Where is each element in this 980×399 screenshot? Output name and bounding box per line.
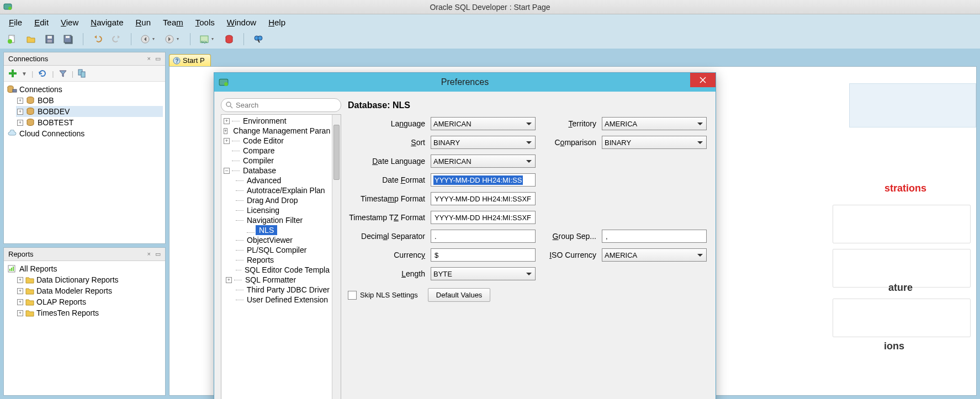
pref-tree-item[interactable]: ObjectViewer — [235, 235, 331, 245]
pref-tree-item[interactable]: Compiler — [223, 156, 331, 166]
connection-item[interactable]: + BOBDEV — [16, 106, 163, 117]
undo-button[interactable] — [91, 33, 104, 46]
label-comparison: Comparison — [541, 138, 596, 147]
expander-icon[interactable]: + — [224, 128, 227, 134]
report-item[interactable]: + TimesTen Reports — [16, 307, 163, 318]
expander-icon[interactable]: + — [17, 288, 23, 294]
menu-file[interactable]: File — [3, 16, 28, 29]
expander-icon[interactable]: + — [17, 120, 23, 126]
pref-tree-item[interactable]: Compare — [223, 146, 331, 156]
pref-search-input[interactable] — [221, 98, 341, 112]
reports-tree[interactable]: All Reports + Data Dictionary Reports + … — [4, 261, 165, 395]
panel-close-icon[interactable]: × — [147, 55, 151, 62]
new-connection-button[interactable] — [7, 68, 18, 79]
pref-tree-item[interactable]: SQL Editor Code Templa — [235, 265, 331, 275]
pref-tree-item[interactable]: Licensing — [235, 205, 331, 215]
pref-tree[interactable]: +Environment +Change Management Paran +C… — [221, 115, 332, 399]
filter-button[interactable] — [59, 69, 67, 78]
connection-item[interactable]: + BOB — [16, 95, 163, 106]
expander-icon[interactable]: + — [17, 299, 23, 305]
input-date-format[interactable]: YYYY-MM-DD HH24:MI:SS — [431, 173, 536, 187]
sql-worksheet-button[interactable]: SQL — [198, 33, 217, 46]
nav-forward-button[interactable] — [163, 33, 182, 46]
reports-root[interactable]: All Reports — [6, 263, 163, 274]
expand-all-button[interactable] — [78, 69, 88, 78]
bg-card[interactable] — [833, 299, 971, 337]
pref-tree-item[interactable]: Drag And Drop — [235, 195, 331, 205]
connections-tree[interactable]: Connections + BOB + BOBDEV + — [4, 82, 165, 243]
expander-icon[interactable]: – — [224, 168, 230, 174]
pref-tree-scrollbar[interactable] — [332, 115, 341, 399]
connections-root[interactable]: Connections — [6, 84, 163, 95]
dba-button[interactable] — [223, 33, 236, 46]
pref-tree-item[interactable]: PL/SQL Compiler — [235, 245, 331, 255]
menu-run[interactable]: Run — [130, 16, 157, 29]
menu-window[interactable]: Window — [221, 16, 262, 29]
cloud-connections-item[interactable]: Cloud Connections — [6, 128, 163, 139]
combo-length[interactable]: BYTE — [431, 267, 536, 280]
input-timestamp-tz-format[interactable] — [431, 211, 536, 224]
refresh-button[interactable] — [38, 68, 47, 78]
pref-tree-item[interactable]: Reports — [235, 255, 331, 265]
dialog-close-button[interactable] — [690, 73, 716, 87]
save-all-button[interactable] — [62, 33, 75, 46]
report-item[interactable]: + Data Dictionary Reports — [16, 274, 163, 285]
redo-button[interactable] — [110, 33, 123, 46]
combo-comparison[interactable]: BINARY — [602, 136, 707, 149]
menu-navigate[interactable]: Navigate — [85, 16, 129, 29]
combo-sort[interactable]: BINARY — [431, 136, 536, 149]
scrollbar-thumb[interactable] — [333, 125, 340, 180]
pref-tree-item-database[interactable]: –Database — [223, 166, 331, 175]
combo-iso-currency[interactable]: AMERICA — [602, 248, 707, 262]
nav-back-button[interactable] — [139, 33, 158, 46]
input-currency[interactable] — [431, 248, 536, 262]
default-values-button[interactable]: Default Values — [428, 288, 491, 302]
open-file-button[interactable] — [24, 33, 38, 46]
save-button[interactable] — [43, 33, 56, 46]
expander-icon[interactable]: + — [224, 138, 230, 144]
bg-card[interactable] — [833, 205, 971, 243]
find-button[interactable] — [252, 33, 265, 46]
dropdown-arrow-icon[interactable]: ▼ — [22, 71, 27, 77]
new-file-button[interactable] — [6, 33, 19, 46]
pref-tree-item[interactable]: Advanced — [235, 175, 331, 185]
input-group-sep[interactable] — [602, 230, 707, 243]
pref-tree-item[interactable]: +Code Editor — [223, 136, 331, 146]
pref-tree-item[interactable]: User Defined Extension — [235, 295, 331, 305]
input-timestamp-format[interactable] — [431, 192, 536, 205]
panel-close-icon[interactable]: × — [147, 251, 151, 258]
report-item[interactable]: + OLAP Reports — [16, 296, 163, 307]
pref-tree-item[interactable]: +Environment — [223, 116, 331, 126]
report-item[interactable]: + Data Modeler Reports — [16, 285, 163, 296]
menu-tools[interactable]: Tools — [190, 16, 220, 29]
connection-label: BOB — [38, 96, 54, 105]
menu-edit[interactable]: Edit — [29, 16, 54, 29]
dialog-titlebar[interactable]: Preferences — [214, 73, 716, 92]
pref-tree-item[interactable]: +SQL Formatter — [235, 275, 331, 285]
pref-tree-item-nls[interactable]: NLS — [256, 225, 277, 235]
close-icon — [700, 77, 706, 83]
menu-team[interactable]: Team — [157, 16, 189, 29]
expander-icon[interactable]: + — [224, 118, 230, 124]
expander-icon[interactable]: + — [17, 310, 23, 316]
pref-form: Database: NLS Language AMERICAN Territor… — [348, 98, 709, 399]
expander-icon[interactable]: + — [17, 277, 23, 283]
expander-icon[interactable]: + — [226, 277, 232, 283]
tab-start-page[interactable]: ? Start P — [169, 54, 211, 66]
pref-tree-item[interactable]: +Change Management Paran — [223, 126, 331, 136]
pref-tree-item[interactable]: Navigation Filter — [235, 215, 331, 225]
expander-icon[interactable]: + — [17, 109, 23, 115]
pref-tree-item[interactable]: Third Party JDBC Driver — [235, 285, 331, 295]
connection-item[interactable]: + BOBTEST — [16, 117, 163, 128]
checkbox-skip-nls[interactable] — [348, 291, 357, 300]
menu-help[interactable]: Help — [263, 16, 291, 29]
panel-minimize-icon[interactable]: ▭ — [155, 55, 161, 62]
pref-tree-item[interactable]: Autotrace/Explain Plan — [235, 185, 331, 195]
combo-date-language[interactable]: AMERICAN — [431, 155, 536, 168]
menu-view[interactable]: View — [55, 16, 84, 29]
expander-icon[interactable]: + — [17, 98, 23, 104]
panel-minimize-icon[interactable]: ▭ — [155, 251, 161, 258]
combo-language[interactable]: AMERICAN — [431, 117, 536, 130]
combo-territory[interactable]: AMERICA — [602, 117, 707, 130]
input-decimal-separator[interactable] — [431, 230, 536, 243]
